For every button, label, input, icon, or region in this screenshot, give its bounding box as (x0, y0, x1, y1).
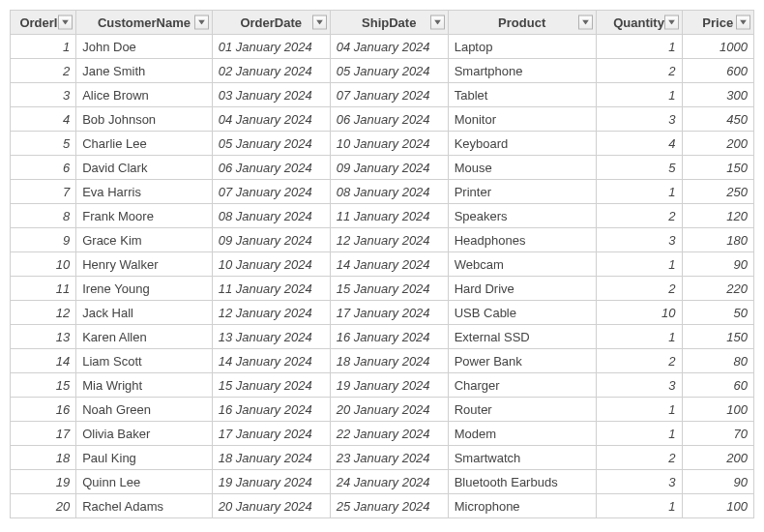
cell-product[interactable]: Mouse (448, 156, 596, 180)
cell-shipdate[interactable]: 05 January 2024 (330, 59, 448, 83)
cell-orderdate[interactable]: 15 January 2024 (212, 373, 330, 398)
cell-orderid[interactable]: 6 (11, 156, 76, 180)
cell-orderdate[interactable]: 02 January 2024 (212, 59, 330, 83)
cell-orderid[interactable]: 20 (11, 494, 76, 518)
cell-orderid[interactable]: 14 (11, 349, 76, 373)
table-row[interactable]: 5Charlie Lee05 January 202410 January 20… (11, 132, 754, 156)
cell-orderdate[interactable]: 08 January 2024 (212, 204, 330, 228)
cell-price[interactable]: 60 (682, 373, 753, 398)
table-row[interactable]: 20Rachel Adams20 January 202425 January … (11, 494, 754, 518)
table-row[interactable]: 6David Clark06 January 202409 January 20… (11, 156, 754, 180)
cell-customername[interactable]: Noah Green (76, 398, 213, 422)
cell-orderdate[interactable]: 19 January 2024 (212, 470, 330, 494)
cell-product[interactable]: Tablet (448, 83, 596, 107)
cell-orderid[interactable]: 15 (11, 373, 76, 398)
table-row[interactable]: 8Frank Moore08 January 202411 January 20… (11, 204, 754, 228)
cell-customername[interactable]: Paul King (76, 446, 213, 470)
cell-shipdate[interactable]: 04 January 2024 (330, 35, 448, 59)
cell-quantity[interactable]: 10 (596, 301, 682, 325)
cell-price[interactable]: 200 (682, 132, 753, 156)
cell-orderdate[interactable]: 01 January 2024 (212, 35, 330, 59)
cell-quantity[interactable]: 2 (596, 204, 682, 228)
cell-quantity[interactable]: 2 (596, 349, 682, 373)
cell-customername[interactable]: Karen Allen (76, 325, 213, 349)
cell-quantity[interactable]: 1 (596, 494, 682, 518)
table-row[interactable]: 16Noah Green16 January 202420 January 20… (11, 398, 754, 422)
cell-quantity[interactable]: 3 (596, 373, 682, 398)
table-row[interactable]: 9Grace Kim09 January 202412 January 2024… (11, 228, 754, 252)
cell-orderdate[interactable]: 18 January 2024 (212, 446, 330, 470)
cell-shipdate[interactable]: 09 January 2024 (330, 156, 448, 180)
cell-customername[interactable]: Irene Young (76, 277, 213, 301)
cell-orderid[interactable]: 2 (11, 59, 76, 83)
chevron-down-icon[interactable] (312, 15, 327, 30)
cell-shipdate[interactable]: 25 January 2024 (330, 494, 448, 518)
cell-orderdate[interactable]: 06 January 2024 (212, 156, 330, 180)
table-row[interactable]: 7Eva Harris07 January 202408 January 202… (11, 180, 754, 204)
table-row[interactable]: 1John Doe01 January 202404 January 2024L… (11, 35, 754, 59)
cell-quantity[interactable]: 2 (596, 446, 682, 470)
cell-price[interactable]: 150 (682, 325, 753, 349)
header-orderid[interactable]: OrderID (11, 11, 76, 35)
cell-customername[interactable]: Jane Smith (76, 59, 213, 83)
cell-orderdate[interactable]: 14 January 2024 (212, 349, 330, 373)
table-row[interactable]: 12Jack Hall12 January 202417 January 202… (11, 301, 754, 325)
table-row[interactable]: 10Henry Walker10 January 202414 January … (11, 252, 754, 277)
cell-quantity[interactable]: 2 (596, 59, 682, 83)
cell-product[interactable]: Monitor (448, 107, 596, 132)
chevron-down-icon[interactable] (736, 15, 750, 30)
cell-orderid[interactable]: 1 (11, 35, 76, 59)
cell-quantity[interactable]: 1 (596, 422, 682, 446)
cell-shipdate[interactable]: 22 January 2024 (330, 422, 448, 446)
cell-quantity[interactable]: 3 (596, 107, 682, 132)
cell-customername[interactable]: Charlie Lee (76, 132, 213, 156)
cell-quantity[interactable]: 2 (596, 277, 682, 301)
table-row[interactable]: 19Quinn Lee19 January 202424 January 202… (11, 470, 754, 494)
cell-price[interactable]: 90 (682, 252, 753, 277)
cell-orderid[interactable]: 17 (11, 422, 76, 446)
cell-orderid[interactable]: 19 (11, 470, 76, 494)
cell-customername[interactable]: Olivia Baker (76, 422, 213, 446)
cell-product[interactable]: USB Cable (448, 301, 596, 325)
header-price[interactable]: Price (682, 11, 753, 35)
cell-orderdate[interactable]: 09 January 2024 (212, 228, 330, 252)
cell-shipdate[interactable]: 11 January 2024 (330, 204, 448, 228)
cell-shipdate[interactable]: 12 January 2024 (330, 228, 448, 252)
cell-shipdate[interactable]: 20 January 2024 (330, 398, 448, 422)
cell-price[interactable]: 220 (682, 277, 753, 301)
table-row[interactable]: 17Olivia Baker17 January 202422 January … (11, 422, 754, 446)
chevron-down-icon[interactable] (578, 15, 593, 30)
cell-shipdate[interactable]: 10 January 2024 (330, 132, 448, 156)
cell-customername[interactable]: Rachel Adams (76, 494, 213, 518)
cell-shipdate[interactable]: 15 January 2024 (330, 277, 448, 301)
cell-product[interactable]: Speakers (448, 204, 596, 228)
cell-quantity[interactable]: 3 (596, 228, 682, 252)
cell-customername[interactable]: John Doe (76, 35, 213, 59)
cell-shipdate[interactable]: 07 January 2024 (330, 83, 448, 107)
cell-product[interactable]: External SSD (448, 325, 596, 349)
cell-customername[interactable]: Jack Hall (76, 301, 213, 325)
cell-customername[interactable]: Bob Johnson (76, 107, 213, 132)
cell-orderdate[interactable]: 04 January 2024 (212, 107, 330, 132)
chevron-down-icon[interactable] (194, 15, 209, 30)
cell-orderid[interactable]: 7 (11, 180, 76, 204)
cell-product[interactable]: Hard Drive (448, 277, 596, 301)
cell-customername[interactable]: Mia Wright (76, 373, 213, 398)
cell-quantity[interactable]: 1 (596, 325, 682, 349)
cell-product[interactable]: Modem (448, 422, 596, 446)
cell-customername[interactable]: David Clark (76, 156, 213, 180)
cell-product[interactable]: Power Bank (448, 349, 596, 373)
cell-quantity[interactable]: 1 (596, 180, 682, 204)
chevron-down-icon[interactable] (430, 15, 445, 30)
cell-customername[interactable]: Quinn Lee (76, 470, 213, 494)
cell-orderid[interactable]: 10 (11, 252, 76, 277)
cell-product[interactable]: Webcam (448, 252, 596, 277)
cell-quantity[interactable]: 5 (596, 156, 682, 180)
cell-quantity[interactable]: 1 (596, 252, 682, 277)
cell-price[interactable]: 80 (682, 349, 753, 373)
cell-price[interactable]: 100 (682, 398, 753, 422)
cell-orderid[interactable]: 13 (11, 325, 76, 349)
cell-orderdate[interactable]: 12 January 2024 (212, 301, 330, 325)
table-row[interactable]: 11Irene Young11 January 202415 January 2… (11, 277, 754, 301)
cell-shipdate[interactable]: 08 January 2024 (330, 180, 448, 204)
